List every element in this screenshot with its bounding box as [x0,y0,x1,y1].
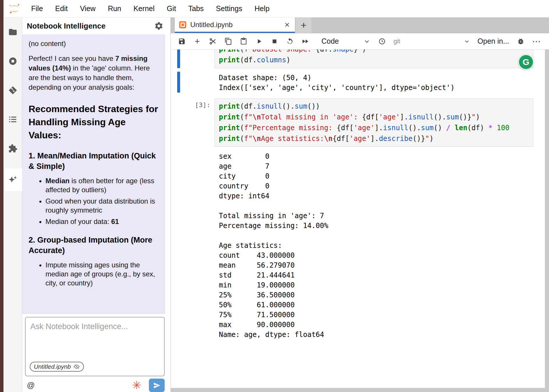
menu-tabs[interactable]: Tabs [182,4,210,13]
debugger-bug-icon[interactable] [517,37,525,45]
section1-bullets: Median is often better for age (less aff… [29,176,160,226]
puzzle-icon [8,144,17,153]
stop-circle-icon [8,56,17,66]
notebook-intelligence-panel: Notebook Intelligence (no content) Perfe… [22,17,171,392]
mention-button[interactable]: @ [27,381,35,390]
composer-footer: @ ✳ [25,379,165,392]
notebook-file-icon [179,21,186,29]
eye-off-icon[interactable] [73,363,80,370]
menu-view[interactable]: View [74,4,102,13]
tab-title: Untitled.ipynb [190,21,233,29]
restart-kernel-button[interactable] [286,37,294,45]
sidebar-item-git[interactable] [8,85,18,96]
menu-edit[interactable]: Edit [49,4,74,13]
cell-type-value: Code [321,37,339,45]
output-collapser[interactable] [177,72,180,93]
context-file-chip[interactable]: Untitled.ipynb [30,362,84,372]
chat-composer-area: Ask Notebook Intelligence... Untitled.ip… [22,314,170,392]
ai-sparkle-icon [8,175,18,185]
left-activity-bar [3,17,22,392]
git-toolbar-label: git [393,38,400,45]
code-editor[interactable]: print(f"Dataset shape: {df.shape}")print… [214,50,533,68]
panel-header: Notebook Intelligence [22,17,170,34]
menu-settings[interactable]: Settings [210,4,248,13]
sidebar-item-table-of-contents[interactable] [8,114,18,125]
toolbar-right-group: Open in... ⋯ [464,37,541,46]
chat-input[interactable]: Ask Notebook Intelligence... Untitled.ip… [25,317,165,376]
menu-kernel[interactable]: Kernel [127,4,161,13]
notebook-scroll-area[interactable]: print(f"Dataset shape: {df.shape}")print… [171,50,545,388]
new-tab-button[interactable]: + [296,17,312,33]
notebook-intelligence-spark-icon[interactable]: ✳ [132,380,141,391]
paper-plane-icon [153,382,161,389]
panel-title: Notebook Intelligence [27,22,105,31]
code-editor[interactable]: print(df.isnull().sum())print(f"\nTotal … [214,98,533,147]
cell-output-text: sex 0 age 7 city 0 country 0 dtype: int6… [214,150,533,340]
menu-bar: File Edit View Run Kernel Git Tabs Setti… [3,0,549,17]
bullet-item: Impute missing ages using the median age… [45,260,160,287]
chat-messages: (no content) Perfect! I can see you have… [22,34,165,314]
sidebar-item-extensions[interactable] [8,143,18,154]
copy-cells-button[interactable] [224,37,232,45]
more-commands-icon[interactable]: ⋯ [532,37,541,46]
save-button[interactable] [178,37,186,45]
cell-prompt: [3]: [180,98,214,147]
strategies-heading: Recommended Strategies for Handling Miss… [29,103,160,142]
list-icon [8,115,17,124]
bullet-item: Median of your data: 61 [45,217,160,226]
section2-title: 2. Group-based Imputation (More Accurate… [29,235,160,256]
sidebar-item-files[interactable] [8,27,18,37]
send-button[interactable] [149,379,165,392]
cut-cells-button[interactable] [209,37,217,45]
kernel-history-icon[interactable] [378,37,386,45]
interrupt-kernel-button[interactable] [270,37,278,45]
tab-bar: Untitled.ipynb × + [171,17,549,33]
tab-untitled-ipynb[interactable]: Untitled.ipynb × [175,17,295,33]
git-icon [8,86,17,95]
bullet-item: Median is often better for age (less aff… [45,176,160,194]
assistant-paragraph: Perfect! I can see you have 7 missing va… [29,54,160,92]
restart-and-run-all-button[interactable] [301,37,309,45]
context-file-name: Untitled.ipynb [34,363,71,370]
gear-icon[interactable] [154,21,163,31]
cell-input-collapser[interactable] [177,50,180,68]
output-prompt [180,150,214,340]
section1-title: 1. Mean/Median Imputation (Quick & Simpl… [29,151,160,172]
cell-output-row: Dataset shape: (50, 4) Index(['sex', 'ag… [171,72,545,93]
main-dock-panel: Untitled.ipynb × + [171,17,549,392]
jupyterlab-window: File Edit View Run Kernel Git Tabs Setti… [0,0,549,392]
sidebar-item-notebook-intelligence[interactable] [3,168,22,191]
output-prompt [180,72,214,93]
cell-input-collapser[interactable] [177,98,180,147]
run-cell-button[interactable] [255,37,263,45]
cell-output-text: Dataset shape: (50, 4) Index(['sex', 'ag… [214,72,533,93]
close-tab-icon[interactable]: × [283,20,291,29]
grammarly-badge[interactable]: G [518,54,534,70]
section2-bullets: Impute missing ages using the median age… [29,260,160,287]
output-collapser[interactable] [177,150,180,340]
collapsed-message-label: (no content) [29,40,160,48]
folder-icon [8,27,17,37]
menu-run[interactable]: Run [102,4,127,13]
open-in-button[interactable]: Open in... [478,37,509,45]
menu-git[interactable]: Git [161,4,182,13]
chevron-down-icon [464,38,470,45]
chat-input-placeholder: Ask Notebook Intelligence... [30,322,159,331]
desktop-edge-strip [0,0,3,392]
sidebar-item-running-sessions[interactable] [8,56,18,66]
cell-prompt [180,50,214,68]
notebook-toolbar: Code git [171,33,549,50]
code-cell: [3]: print(df.isnull().sum())print(f"\nT… [171,98,545,147]
cell-output-row: sex 0 age 7 city 0 country 0 dtype: int6… [171,150,545,340]
menu-help[interactable]: Help [248,4,275,13]
insert-cell-button[interactable] [193,37,201,45]
menu-file[interactable]: File [25,4,49,13]
chat-scroll-area[interactable]: (no content) Perfect! I can see you have… [22,34,170,314]
jupyter-logo-icon [8,2,21,15]
paste-cells-button[interactable] [240,37,247,45]
code-cell: print(f"Dataset shape: {df.shape}")print… [171,50,545,68]
notebook-content: print(f"Dataset shape: {df.shape}")print… [171,50,549,388]
bullet-item: Good when your data distribution is roug… [45,197,160,215]
bottom-scroll-gutter [171,388,549,392]
cell-type-dropdown[interactable]: Code [321,37,370,45]
